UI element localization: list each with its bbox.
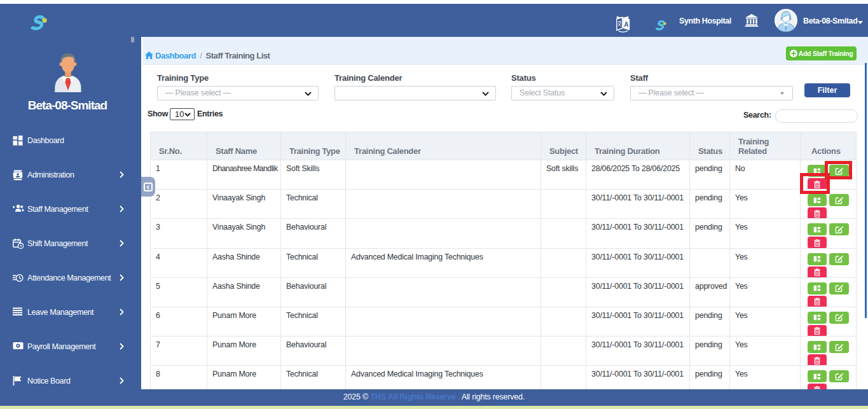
svg-text:A: A: [624, 21, 628, 28]
